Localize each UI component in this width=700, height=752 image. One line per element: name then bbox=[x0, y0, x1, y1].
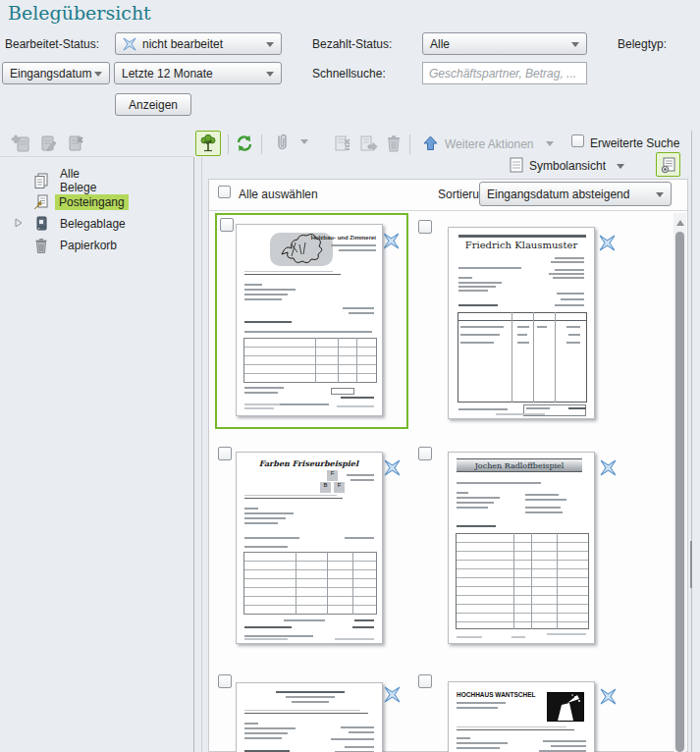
pane-splitter[interactable] bbox=[691, 131, 692, 752]
attach-dropdown-arrow[interactable] bbox=[300, 139, 308, 144]
document-thumbnail[interactable]: Farben Friseurbeispiel F B F bbox=[236, 452, 383, 644]
doc5-pin-icon[interactable] bbox=[384, 686, 401, 703]
sidebar-item-label: Alle Belege bbox=[56, 166, 100, 195]
attach-file-button[interactable] bbox=[269, 131, 295, 156]
export-document-button[interactable] bbox=[355, 131, 381, 156]
document-thumbnail[interactable] bbox=[236, 682, 383, 752]
doc3-pin-icon[interactable] bbox=[384, 459, 401, 476]
bearbeitet-status-label: Bearbeitet-Status: bbox=[5, 37, 99, 51]
chevron-down-icon bbox=[266, 42, 274, 47]
binder-icon bbox=[32, 215, 50, 233]
doc-header: Holzbau- und Zimmerei bbox=[311, 235, 376, 242]
sidebar-item-label: Belegablage bbox=[56, 216, 130, 232]
doc6-pin-icon[interactable] bbox=[600, 688, 617, 705]
doc-header: Friedrich Klausmuster bbox=[449, 240, 594, 250]
weitere-aktionen-arrow[interactable] bbox=[546, 141, 554, 146]
schnellsuche-label: Schnellsuche: bbox=[312, 67, 386, 81]
delete-document-button[interactable] bbox=[381, 131, 406, 156]
date-field-select[interactable]: Eingangsdatum bbox=[2, 62, 110, 84]
trash-icon bbox=[385, 134, 403, 153]
documents-stack-icon bbox=[32, 172, 50, 189]
document-thumbnail[interactable]: Holzbau- und Zimmerei bbox=[236, 224, 383, 416]
symbolansicht-icon bbox=[510, 157, 523, 173]
sort-select[interactable]: Eingangsdatum absteigend bbox=[479, 182, 672, 206]
view-mode-select[interactable]: Symbolansicht bbox=[529, 159, 606, 173]
edit-document-button[interactable] bbox=[330, 131, 355, 156]
bearbeitet-status-value: nicht bearbeitet bbox=[142, 37, 223, 51]
scrollbar-thumb[interactable] bbox=[675, 232, 684, 752]
doc4-pin-icon[interactable] bbox=[600, 459, 617, 476]
chevron-down-icon bbox=[656, 192, 664, 197]
sidebar-item-label: Papierkorb bbox=[56, 238, 121, 253]
chevron-down-icon bbox=[94, 72, 102, 77]
sort-value: Eingangsdatum absteigend bbox=[487, 188, 629, 201]
doc4-checkbox[interactable] bbox=[418, 447, 432, 460]
select-all-checkbox[interactable] bbox=[218, 186, 231, 198]
doc5-checkbox[interactable] bbox=[218, 674, 232, 688]
document-thumbnail[interactable]: HOCHHAUS WANTSCHEL bbox=[448, 681, 595, 752]
delete-register-button[interactable] bbox=[63, 131, 88, 156]
bezahlt-status-label: Bezahlt-Status: bbox=[312, 37, 392, 51]
refresh-button[interactable] bbox=[232, 131, 257, 156]
anzeigen-button[interactable]: Anzeigen bbox=[115, 93, 191, 116]
erweiterte-suche-label: Erweiterte Suche bbox=[590, 136, 679, 150]
pin-icon bbox=[123, 37, 136, 51]
add-register-button[interactable] bbox=[8, 131, 33, 156]
document-preview-icon bbox=[660, 156, 677, 174]
doc1-pin-icon[interactable] bbox=[383, 233, 400, 249]
refresh-icon bbox=[235, 134, 254, 153]
upload-button[interactable] bbox=[417, 131, 443, 156]
chevron-down-icon bbox=[571, 42, 579, 47]
splitter-handle[interactable] bbox=[690, 541, 692, 588]
doc-header: HOCHHAUS WANTSCHEL bbox=[457, 691, 536, 698]
doc-header: Jochen Radloffbeispiel bbox=[457, 458, 582, 472]
scrollbar-up-arrow[interactable] bbox=[676, 220, 684, 226]
document-thumbnail[interactable]: Jochen Radloffbeispiel bbox=[448, 452, 595, 644]
inbox-document-icon bbox=[32, 193, 50, 211]
erweiterte-suche-checkbox[interactable] bbox=[571, 134, 584, 147]
tree-view-toggle-button[interactable] bbox=[195, 131, 221, 156]
logo-letter: B bbox=[320, 482, 331, 493]
doc3-checkbox[interactable] bbox=[218, 447, 232, 460]
doc1-checkbox[interactable] bbox=[220, 218, 234, 232]
edit-register-button[interactable] bbox=[35, 131, 61, 156]
bezahlt-status-select[interactable]: Alle bbox=[422, 32, 587, 55]
tree-icon bbox=[198, 134, 218, 153]
up-arrow-icon bbox=[422, 134, 439, 152]
view-mode-arrow[interactable] bbox=[617, 164, 624, 169]
schnellsuche-input[interactable] bbox=[422, 62, 587, 84]
trash-icon bbox=[33, 237, 49, 254]
chevron-down-icon bbox=[266, 72, 274, 77]
date-range-select[interactable]: Letzte 12 Monate bbox=[114, 62, 282, 84]
paperclip-icon bbox=[273, 134, 291, 153]
bearbeitet-status-select[interactable]: nicht bearbeitet bbox=[115, 32, 282, 55]
doc2-pin-icon[interactable] bbox=[599, 235, 616, 251]
doc-header: Farben Friseurbeispiel bbox=[259, 458, 358, 468]
page-title: Belegübersicht bbox=[8, 2, 151, 24]
weitere-aktionen-menu[interactable]: Weitere Aktionen bbox=[445, 137, 534, 151]
preview-pane-toggle-button[interactable] bbox=[656, 152, 680, 177]
belegtyp-label: Belegtyp: bbox=[618, 37, 667, 51]
document-thumbnail[interactable]: Friedrich Klausmuster bbox=[448, 227, 595, 419]
sidebar-item-label: Posteingang bbox=[55, 194, 129, 210]
logo-image bbox=[547, 692, 584, 722]
doc6-checkbox[interactable] bbox=[418, 674, 432, 688]
bezahlt-status-value: Alle bbox=[430, 37, 450, 51]
expander-icon[interactable] bbox=[15, 218, 23, 228]
beleguebersicht-window: Belegübersicht Bearbeitet-Status: nicht … bbox=[0, 0, 700, 752]
date-range-value: Letzte 12 Monate bbox=[122, 67, 213, 81]
logo-letter: F bbox=[327, 470, 338, 481]
select-all-label: Alle auswählen bbox=[239, 188, 318, 201]
logo-letter: F bbox=[334, 482, 345, 493]
date-field-value: Eingangsdatum bbox=[10, 67, 91, 81]
doc2-checkbox[interactable] bbox=[418, 220, 432, 234]
